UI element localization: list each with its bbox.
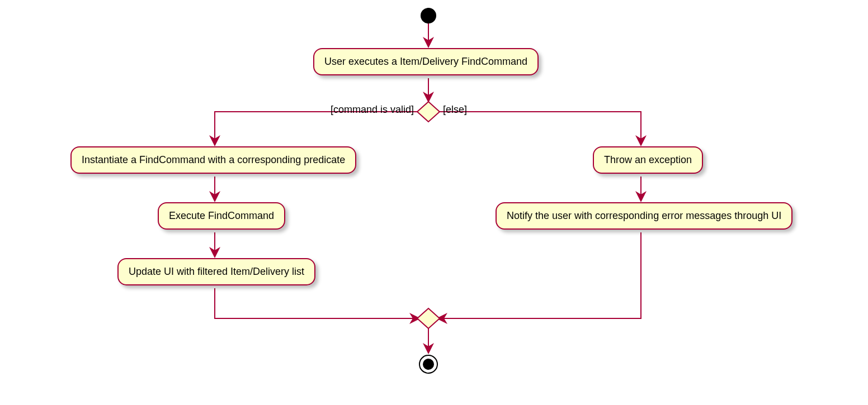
activity-text: Throw an exception (604, 154, 692, 165)
activity-notify: Notify the user with corresponding error… (496, 202, 792, 230)
edge (215, 112, 417, 144)
activity-text: Instantiate a FindCommand with a corresp… (82, 154, 345, 165)
final-node-inner (423, 359, 434, 370)
activity-execute: Execute FindCommand (158, 202, 285, 230)
merge-node (417, 308, 440, 328)
edge (440, 112, 641, 144)
decision-node (417, 102, 440, 122)
edge (438, 232, 641, 318)
activity-throw: Throw an exception (593, 146, 703, 174)
activity-text: Notify the user with corresponding error… (507, 210, 781, 221)
activity-text: Update UI with filtered Item/Delivery li… (129, 266, 304, 277)
activity-instantiate: Instantiate a FindCommand with a corresp… (70, 146, 356, 174)
activity-user-executes: User executes a Item/Delivery FindComman… (313, 48, 539, 75)
guard-label-valid: [command is valid] (319, 104, 414, 116)
initial-node (421, 8, 436, 23)
activity-update-ui: Update UI with filtered Item/Delivery li… (117, 258, 315, 285)
edge (215, 288, 418, 318)
guard-label-else: [else] (443, 104, 467, 116)
activity-text: Execute FindCommand (169, 210, 274, 221)
activity-text: User executes a Item/Delivery FindComman… (324, 56, 527, 67)
